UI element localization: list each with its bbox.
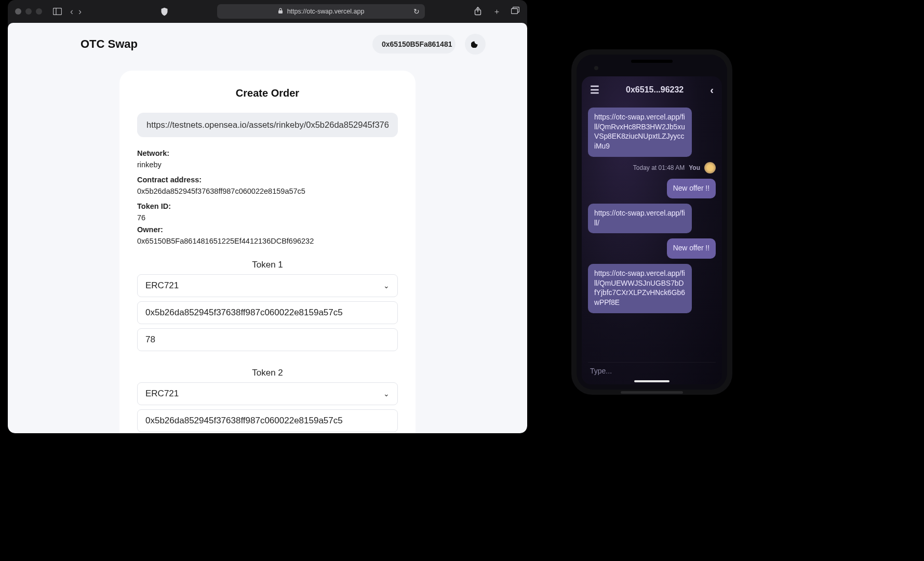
browser-window: ‹ › https://otc-swap.vercel.app ↻ ＋ [8, 0, 527, 433]
app-viewport: OTC Swap 0x65150B5Fa861481 Create Order … [8, 23, 527, 433]
share-icon[interactable] [473, 7, 483, 17]
app-header: OTC Swap 0x65150B5Fa861481 [8, 33, 527, 55]
phone-nav-bar [621, 391, 683, 394]
chat-meta: Today at 01:48 AM You [633, 162, 716, 173]
token1-id-input[interactable] [137, 328, 398, 351]
chevron-down-icon: ⌄ [383, 282, 390, 290]
create-order-card: Create Order Network: rinkeby Contract a… [119, 71, 416, 433]
wallet-address-pill[interactable]: 0x65150B5Fa861481 [372, 35, 456, 54]
token2-type-select[interactable]: ERC721 ⌄ [137, 382, 398, 405]
tabs-overview-icon[interactable] [511, 7, 520, 17]
network-label: Network: [137, 149, 169, 157]
sidebar-toggle-icon[interactable] [52, 8, 62, 15]
back-icon[interactable]: ‹ [710, 84, 714, 96]
menu-icon[interactable]: ☰ [590, 84, 599, 96]
address-bar-url: https://otc-swap.vercel.app [287, 8, 365, 15]
back-button[interactable]: ‹ [70, 6, 73, 17]
token2-section: Token 2 ERC721 ⌄ [137, 368, 398, 433]
traffic-lights [15, 8, 42, 15]
chat-message[interactable]: https://otc-swap.vercel.app/fill/QmUEWWJ… [588, 264, 692, 313]
phone-camera [594, 66, 598, 70]
contract-label: Contract address: [137, 176, 202, 184]
minimize-window-dot[interactable] [25, 8, 32, 15]
token1-section: Token 1 ERC721 ⌄ [137, 260, 398, 355]
nav-arrows: ‹ › [70, 6, 82, 17]
chat-body[interactable]: https://otc-swap.vercel.app/fill/QmRvxHc… [582, 103, 722, 359]
address-bar[interactable]: https://otc-swap.vercel.app ↻ [217, 4, 425, 19]
network-value: rinkeby [137, 159, 398, 170]
owner-value: 0x65150B5Fa861481651225Ef4412136DCBf6962… [137, 235, 398, 247]
browser-titlebar: ‹ › https://otc-swap.vercel.app ↻ ＋ [8, 0, 527, 23]
token2-label: Token 2 [137, 368, 398, 378]
token1-label: Token 1 [137, 260, 398, 270]
asset-details: Network: rinkeby Contract address: 0x5b2… [137, 148, 398, 247]
owner-label: Owner: [137, 225, 163, 234]
lock-icon [278, 8, 283, 15]
chat-message[interactable]: New offer !! [667, 179, 716, 199]
app-title: OTC Swap [81, 37, 138, 51]
chat-input[interactable]: Type... [588, 362, 716, 379]
chat-header: ☰ 0x6515...96232 ‹ [582, 76, 722, 103]
moon-icon [471, 39, 480, 50]
asset-url-input[interactable] [137, 113, 398, 137]
token2-type-value: ERC721 [145, 389, 179, 399]
svg-rect-2 [278, 10, 283, 14]
chat-message[interactable]: https://otc-swap.vercel.app/fill/ [588, 204, 692, 233]
token2-address-input[interactable] [137, 409, 398, 432]
card-heading: Create Order [137, 87, 398, 99]
zoom-window-dot[interactable] [36, 8, 42, 15]
token1-type-value: ERC721 [145, 280, 179, 291]
phone-speaker [631, 60, 673, 63]
phone-frame: ☰ 0x6515...96232 ‹ https://otc-swap.verc… [571, 49, 732, 395]
chat-timestamp: Today at 01:48 AM [633, 164, 685, 171]
chat-title: 0x6515...96232 [599, 85, 710, 95]
close-window-dot[interactable] [15, 8, 21, 15]
home-indicator[interactable] [634, 380, 669, 382]
chat-sender-you: You [689, 164, 700, 171]
chat-message[interactable]: New offer !! [667, 238, 716, 259]
chat-message[interactable]: https://otc-swap.vercel.app/fill/QmRvxHc… [588, 108, 692, 157]
token1-type-select[interactable]: ERC721 ⌄ [137, 274, 398, 297]
svg-rect-0 [53, 8, 61, 15]
theme-toggle[interactable] [465, 34, 486, 55]
forward-button[interactable]: › [78, 6, 82, 17]
avatar [704, 162, 716, 173]
token-id-label: Token ID: [137, 202, 171, 210]
svg-rect-5 [512, 8, 518, 14]
token-id-value: 76 [137, 212, 398, 223]
token1-address-input[interactable] [137, 301, 398, 324]
phone-screen: ☰ 0x6515...96232 ‹ https://otc-swap.verc… [577, 55, 727, 390]
chat-app: ☰ 0x6515...96232 ‹ https://otc-swap.verc… [582, 76, 722, 384]
chevron-down-icon: ⌄ [383, 390, 390, 398]
reload-icon[interactable]: ↻ [413, 7, 420, 16]
new-tab-icon[interactable]: ＋ [492, 7, 501, 17]
shield-icon[interactable] [159, 7, 169, 16]
contract-value: 0x5b26da852945f37638ff987c060022e8159a57… [137, 185, 398, 197]
